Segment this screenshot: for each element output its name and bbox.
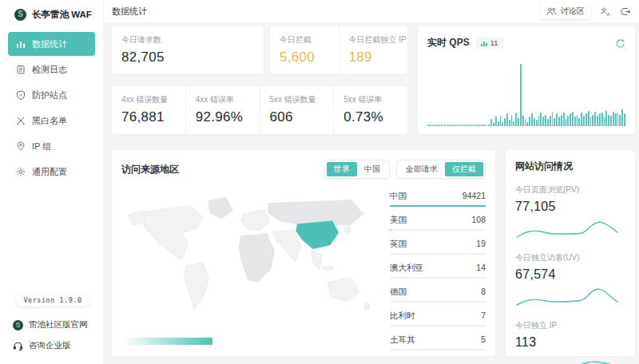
qps-bar [473,125,474,126]
map-africa [239,233,275,282]
bar-chart-icon [16,39,26,49]
map-china [296,220,339,249]
country-value: 14 [476,263,486,274]
country-row: 澳大利亚14 [390,260,486,279]
stat-label: 4xx 错误数量 [121,94,185,105]
country-row: 比利时7 [390,308,486,326]
site-stat-0: 今日页面浏览(PV)77,105 [515,184,625,241]
sidebar-item-label: 防护站点 [32,89,67,101]
map-australia [327,277,359,301]
qps-bar [604,117,605,126]
sidebar-item-0[interactable]: 数据统计 [8,32,95,56]
stat-value: 0.73% [343,109,407,125]
qps-bar [488,125,490,126]
request-filter-toggle: 全部请求 仅拦截 [396,160,486,179]
country-value: 108 [471,215,486,226]
qps-bar [502,122,503,126]
topbar: 数据统计 讨论区 文A [104,0,639,22]
country-name: 土耳其 [390,334,415,346]
map-scope-toggle: 世界 中国 [324,160,390,179]
sidebar-item-2[interactable]: 防护站点 [8,83,95,107]
stat-label: 5xx 错误数量 [270,94,334,105]
toggle-world[interactable]: 世界 [327,162,357,176]
qps-bar [447,125,449,126]
country-name: 中国 [390,191,407,202]
qps-bar [578,118,580,126]
qps-bar [572,112,574,126]
community-site-link[interactable]: S 雷池社区版官网 [0,315,103,335]
sidebar: S 长亭雷池 WAF 数据统计检测日志防护站点黑白名单IP 组通用配置 Vers… [0,0,104,364]
qps-bar [457,125,458,126]
mini-bar-chart-icon [481,40,487,46]
sidebar-item-3[interactable]: 黑白名单 [8,109,95,133]
map-alaska [128,211,145,225]
version-badge: Version 1.9.0 [16,294,89,307]
qps-bar [525,119,526,126]
qps-bar [563,113,565,126]
sidebar-item-4[interactable]: IP 组 [8,134,95,158]
stat-value: 82,705 [121,49,254,65]
sidebar-item-5[interactable]: 通用配置 [8,160,95,184]
region-card: 访问来源地区 世界 中国 全部请求 仅拦截 [112,150,495,356]
map-se-asia [311,251,322,270]
qps-bar [463,125,465,126]
qps-bar [441,125,443,126]
country-progress-track [390,277,486,279]
qps-bar [599,113,601,126]
stat-value: 77,105 [515,200,625,214]
safeline-logo-icon: S [14,9,26,21]
map-japan [344,224,351,235]
stat-value: 606 [270,109,334,125]
qps-bar [506,113,508,126]
qps-bar [550,116,551,126]
qps-bar [534,118,535,126]
map-new-zealand [364,303,369,310]
qps-bar [452,125,454,126]
map-greenland [208,197,232,219]
qps-bar [529,117,530,126]
qps-bar [466,125,467,126]
enterprise-consult-link[interactable]: 咨询企业版 [0,335,103,356]
qps-bar [493,123,494,126]
sparkline-chart [515,216,619,241]
toggle-china[interactable]: 中国 [357,162,387,176]
qps-bar [617,113,619,126]
toggle-all-requests[interactable]: 全部请求 [399,162,445,176]
stat-value: 67,574 [515,267,625,282]
qps-bar [454,125,456,126]
stat-label: 今日独立 IP [515,320,625,331]
qps-bar [601,113,603,126]
discussion-button[interactable]: 讨论区 [540,3,591,19]
site-stat-2: 今日独立 IP113 [515,320,625,364]
qps-bar [432,125,434,126]
qps-bar [479,125,481,126]
qps-bar [588,111,589,127]
sidebar-item-label: 数据统计 [32,38,67,50]
stat-label: 今日拦截独立 IP [349,34,408,46]
qps-bar [531,113,533,126]
toggle-blocked-only[interactable]: 仅拦截 [445,162,483,176]
country-progress-track [390,325,486,326]
country-row: 英国19 [390,236,486,255]
stat-card-blocks: 今日拦截 5,600 今日拦截独立 IP 189 [270,26,407,74]
sidebar-item-label: 黑白名单 [32,115,67,127]
qps-bar [538,116,540,126]
refresh-clock-icon[interactable] [615,38,625,48]
sidebar-item-1[interactable]: 检测日志 [8,57,95,81]
translate-icon[interactable]: 文A [601,6,611,17]
qps-bar [556,113,558,126]
world-map[interactable] [120,185,383,325]
country-progress-track [390,349,486,350]
qps-bar [477,125,478,126]
log-document-icon [16,65,26,74]
qps-bar [608,115,609,126]
logout-icon[interactable] [621,6,631,17]
qps-bar [547,119,549,126]
qps-bar [581,113,582,126]
qps-bar [461,125,462,126]
qps-badge: 11 [476,37,503,49]
stat-label: 今日页面浏览(PV) [515,184,625,196]
stat-value: 92.96% [196,109,260,125]
qps-bar [536,120,538,126]
qps-bar [520,64,522,126]
